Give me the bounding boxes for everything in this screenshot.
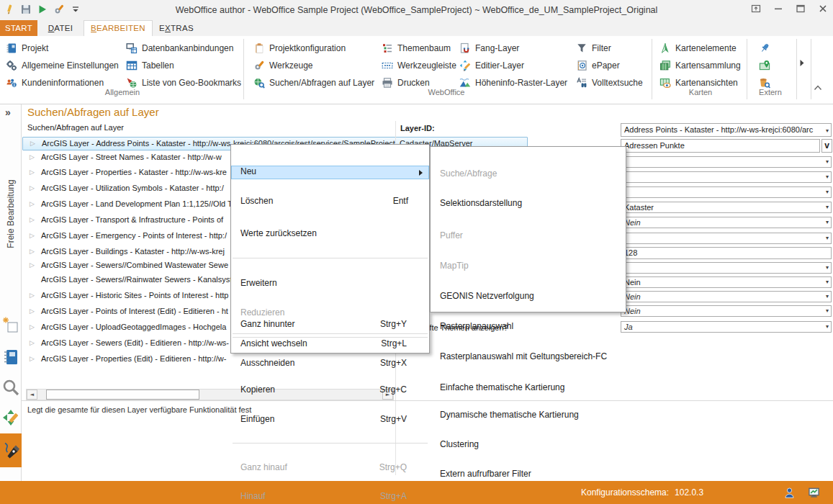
ribbon-item-projektkonfiguration[interactable]: Projektkonfiguration (251, 40, 377, 57)
property-field[interactable]: 128 (621, 247, 832, 259)
ribbon-item-extern-map-marker[interactable] (756, 57, 773, 74)
property-field[interactable]: Ja (621, 321, 832, 333)
menu-item[interactable]: Einfügen Strg+V (231, 412, 429, 426)
menu-item[interactable] (233, 333, 428, 334)
ribbon-item-allgemeine-einstellungen[interactable]: Allgemeine Einstellungen (3, 57, 122, 74)
maximize-icon[interactable] (795, 3, 806, 14)
expand-arrow-icon[interactable] (30, 244, 40, 259)
close-icon[interactable] (817, 3, 829, 14)
property-field[interactable] (621, 233, 832, 244)
expand-arrow-icon[interactable] (30, 151, 40, 163)
combo-arrow-icon[interactable] (826, 202, 829, 212)
property-field[interactable]: Adressen Punkte (621, 139, 820, 153)
menu-item[interactable]: Rasterplanauswahl (431, 319, 626, 334)
rail-search-button[interactable] (0, 373, 22, 402)
rail-free-editing-button[interactable] (0, 433, 22, 467)
ribbon-item-kartenelemente[interactable]: Kartenelemente (657, 40, 744, 57)
ribbon-item-werkzeuge[interactable]: Werkzeuge (251, 57, 377, 74)
property-field[interactable] (621, 156, 832, 168)
menu-item[interactable]: Werte zurücksetzen (231, 226, 429, 240)
expand-arrow-icon[interactable] (30, 197, 40, 212)
ribbon-item-geo-bookmarks[interactable]: Liste von Geo-Bookmarks (123, 74, 244, 91)
combo-arrow-icon[interactable] (826, 306, 829, 316)
menu-item[interactable]: Ansicht wechseln Strg+L (231, 336, 429, 351)
combo-arrow-icon[interactable] (826, 217, 829, 228)
property-field[interactable]: Kataster (621, 202, 832, 213)
combo-arrow-icon[interactable] (826, 233, 829, 243)
expand-panel-button[interactable]: » (5, 107, 11, 118)
expand-arrow-icon[interactable] (30, 181, 40, 196)
property-field[interactable]: Nein (621, 291, 832, 302)
menu-item[interactable] (233, 443, 428, 444)
menu-item[interactable]: Selektionsdarstellung (431, 197, 630, 211)
expand-arrow-icon[interactable] (30, 336, 40, 351)
menu-item[interactable]: MapTip (431, 258, 626, 274)
tab-extras[interactable]: EXTRAS (153, 20, 200, 36)
expand-arrow-icon[interactable] (30, 165, 40, 180)
menu-item[interactable]: Neu (231, 166, 429, 179)
property-field[interactable] (621, 262, 832, 274)
expand-arrow-icon[interactable] (30, 320, 40, 335)
user-icon[interactable] (783, 487, 796, 499)
rail-edit-button[interactable] (0, 403, 22, 432)
expand-arrow-icon[interactable] (30, 212, 40, 228)
ribbon-item-volltextsuche[interactable]: Volltextsuche (573, 74, 646, 91)
ribbon-item-filter[interactable]: Filter (573, 40, 646, 57)
property-field[interactable] (621, 186, 832, 198)
ribbon-item-tabellen[interactable]: Tabellen (123, 57, 244, 74)
menu-item[interactable]: Dynamische thematische Kartierung (431, 410, 626, 422)
combo-arrow-icon[interactable] (826, 172, 829, 182)
ribbon-item-editier-layer[interactable]: Editier-Layer (456, 57, 570, 74)
expand-arrow-icon[interactable] (30, 351, 40, 366)
rail-project-button[interactable] (0, 343, 22, 372)
menu-item[interactable]: Kopieren Strg+C (231, 384, 429, 397)
menu-item[interactable]: Hinauf Strg+A (231, 489, 429, 503)
tree-item[interactable]: ArcGIS Layer - Street Names - Kataster -… (22, 150, 222, 164)
property-field[interactable]: Nein (621, 305, 832, 317)
pin-ribbon-icon[interactable] (750, 3, 762, 14)
ribbon-item-projekt[interactable]: Projekt (3, 40, 122, 57)
menu-item[interactable]: Extern aufrufbarer Filter (431, 467, 626, 482)
menu-item[interactable]: Clustering (431, 437, 626, 452)
combo-arrow-icon[interactable] (826, 124, 829, 136)
validate-button[interactable]: v (821, 139, 832, 153)
expand-arrow-icon[interactable] (30, 260, 40, 271)
ribbon-overflow-icon[interactable] (799, 59, 805, 67)
ribbon-item-kundeninformationen[interactable]: Kundeninformationen (3, 74, 122, 91)
expand-arrow-icon[interactable] (30, 228, 40, 243)
ribbon-item-suchen-abfragen-auf-layer[interactable]: Suchen/Abfragen auf Layer (251, 74, 377, 91)
combo-arrow-icon[interactable] (826, 263, 829, 273)
menu-item[interactable] (233, 258, 428, 258)
ribbon-item-fang-layer[interactable]: Fang-Layer (456, 40, 570, 57)
rail-new-button[interactable] (0, 310, 22, 341)
ribbon-item-epaper[interactable]: ePaper (573, 57, 646, 74)
menu-item[interactable]: GEONIS Netzverfolgung (431, 289, 626, 304)
expand-arrow-icon[interactable] (30, 304, 40, 319)
ribbon-item-extern-pin[interactable] (756, 40, 773, 57)
property-field[interactable] (621, 171, 832, 183)
tab-datei[interactable]: DATEI (37, 20, 84, 36)
scrollbar-thumb[interactable] (46, 390, 199, 400)
ribbon-item-kartensammlung[interactable]: Kartensammlung (657, 57, 744, 74)
combo-arrow-icon[interactable] (826, 322, 829, 332)
menu-item[interactable]: Ausschneiden Strg+X (231, 356, 429, 370)
combo-arrow-icon[interactable] (826, 277, 829, 287)
ribbon-item-werkzeugleiste[interactable]: Werkzeugleiste (379, 57, 459, 74)
ribbon-item-hoeheninfo-raster-layer[interactable]: Höheninfo-Raster-Layer (456, 74, 570, 91)
menu-item[interactable]: Suche/Abfrage (431, 168, 626, 181)
expand-arrow-icon[interactable] (30, 138, 40, 150)
property-field[interactable]: Nein (621, 217, 832, 228)
property-field[interactable]: Address Points - Kataster - http://w-ws-… (621, 123, 832, 137)
menu-item[interactable]: Löschen Entf (231, 195, 431, 209)
tab-start[interactable]: START (0, 20, 37, 36)
scroll-left-icon[interactable] (27, 390, 37, 400)
combo-arrow-icon[interactable] (826, 187, 829, 197)
minimize-icon[interactable] (773, 3, 784, 14)
menu-item[interactable]: Erweitern (231, 276, 429, 290)
menu-item[interactable]: Ganz hinunter Strg+Y (231, 317, 429, 331)
collapse-ribbon-icon[interactable] (814, 85, 822, 91)
property-field[interactable]: Nein (621, 276, 832, 288)
expand-arrow-icon[interactable] (30, 288, 40, 303)
tab-bearbeiten[interactable]: BEARBEITEN (84, 20, 153, 36)
menu-item[interactable]: Einfache thematische Kartierung (431, 380, 626, 395)
